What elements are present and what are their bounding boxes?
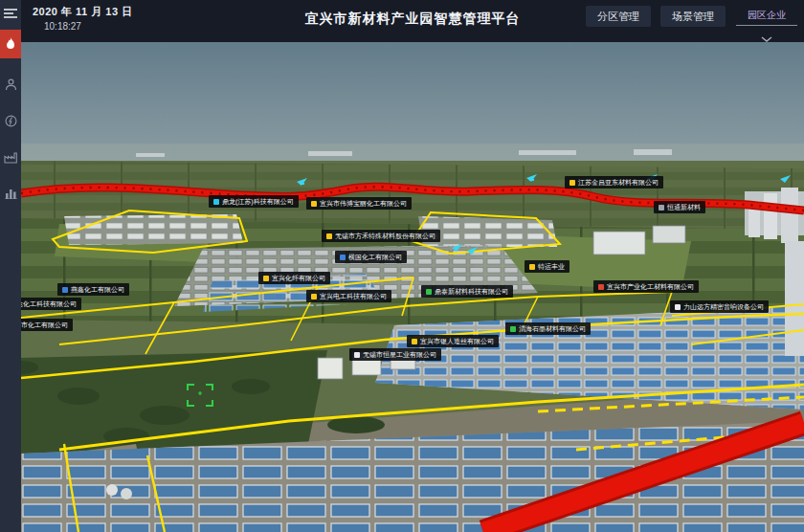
company-label-text: 恒通新材料 [667,204,701,211]
company-label-text: 宜兴化纤有限公司 [272,275,325,281]
building-label[interactable]: 无锡市方禾特殊材料股份有限公司 [322,230,440,242]
company-label-text: 宜兴市产业化工材料有限公司 [607,283,694,290]
factory-icon[interactable] [0,146,21,167]
company-marker-icon [412,339,417,344]
building-label[interactable]: 兴达化工科技有限公司 [21,298,81,310]
company-label-text: 市化工有限公司 [21,321,68,328]
company-marker-icon [570,180,575,186]
company-marker-icon [598,284,604,290]
company-marker-icon [510,326,516,332]
bar-chart-icon[interactable] [0,183,21,204]
company-label-text: 燕鑫化工有限公司 [71,286,124,293]
left-toolbar [0,0,21,532]
company-marker-icon [675,304,681,310]
company-marker-icon [263,276,269,281]
scene-management-button[interactable]: 场景管理 [660,6,726,27]
company-marker-icon [311,201,317,207]
building-label[interactable]: 力山远方精密音响设备公司 [670,300,769,313]
company-label-text: 无锡市恒星工业有限公司 [363,351,436,358]
building-label[interactable]: 江苏金昌亚东材料有限公司 [565,176,663,188]
company-marker-icon [340,255,346,260]
building-label[interactable]: 恒通新材料 [654,201,705,213]
zone-management-button[interactable]: 分区管理 [586,6,651,27]
person-icon[interactable] [0,74,21,95]
building-label[interactable]: 燕鑫化工有限公司 [57,283,129,296]
company-marker-icon [311,294,317,299]
company-label-text: 宜兴市伟博宝丽化工有限公司 [320,200,407,207]
company-marker-icon [659,205,664,211]
dropdown-selected-label: 园区企业 [748,7,786,25]
building-label[interactable]: 无锡市恒星工业有限公司 [349,348,441,361]
company-label-text: 横国化工有限公司 [348,254,402,260]
building-label[interactable]: 宜兴市伟博宝丽化工有限公司 [306,197,412,210]
app-window: 2020 年 11 月 13 日 10:18:27 宜兴市新材料产业园智慧管理平… [0,0,804,532]
flame-icon[interactable] [0,30,21,58]
building-label[interactable]: 特运丰业 [525,260,570,273]
map-viewport[interactable]: 鼎龙(江苏)科技有限公司 宜兴市伟博宝丽化工有限公司 无锡市方禾特殊材料股份有限… [21,42,804,532]
building-label[interactable]: 宜兴市产业化工材料有限公司 [593,280,699,293]
company-label-text: 江苏金昌亚东材料有限公司 [578,179,659,186]
building-label[interactable]: 市化工有限公司 [21,319,73,331]
company-marker-icon [213,199,219,205]
company-label-text: 清海石墨材料有限公司 [519,325,586,332]
park-enterprise-dropdown[interactable]: 园区企业 [735,6,798,46]
building-label[interactable]: 清海石墨材料有限公司 [505,322,591,335]
building-label[interactable]: 宜兴市银人造丝有限公司 [407,335,499,347]
header-controls: 分区管理 场景管理 园区企业 [586,6,798,46]
building-label[interactable]: 鼎泰新材料科技有限公司 [421,285,513,298]
building-label[interactable]: 横国化工有限公司 [335,251,407,263]
company-label-text: 鼎龙(江苏)科技有限公司 [222,198,294,205]
company-marker-icon [62,287,68,293]
building-label[interactable]: 宜兴化纤有限公司 [258,272,330,284]
company-marker-icon [326,233,332,239]
building-label[interactable]: 鼎龙(江苏)科技有限公司 [209,195,299,208]
company-marker-icon [354,352,360,358]
company-label-text: 宜兴市银人造丝有限公司 [420,338,494,344]
company-label-text: 无锡市方禾特殊材料股份有限公司 [335,233,436,239]
company-label-text: 鼎泰新材料科技有限公司 [435,288,508,295]
top-header: 2020 年 11 月 13 日 10:18:27 宜兴市新材料产业园智慧管理平… [21,0,804,42]
company-label-text: 力山远方精密音响设备公司 [683,303,764,310]
company-label-text: 特运丰业 [538,263,565,270]
building-label[interactable]: 宜兴电工科技有限公司 [306,290,391,302]
power-icon[interactable] [0,110,21,131]
hamburger-icon[interactable] [0,3,21,24]
company-label-text: 宜兴电工科技有限公司 [320,293,387,299]
company-marker-icon [426,289,432,295]
company-label-text: 兴达化工科技有限公司 [21,300,77,307]
dropdown-underline [736,25,797,26]
chevron-down-icon [761,29,772,46]
company-marker-icon [529,264,535,270]
